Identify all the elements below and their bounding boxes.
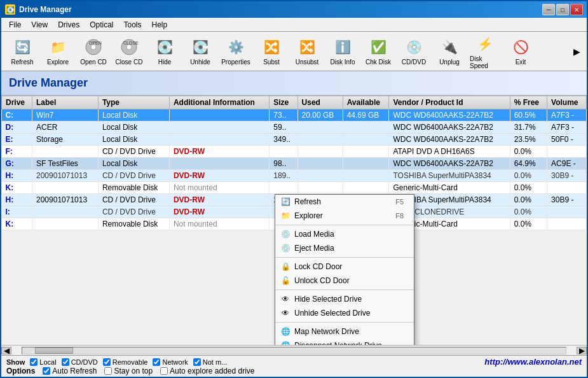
context-menu-item-eject-media[interactable]: 💿Eject Media — [275, 241, 414, 255]
toolbar-hide[interactable]: 💽 Hide — [147, 35, 182, 67]
context-menu-item-refresh[interactable]: 🔄RefreshF5 — [275, 195, 414, 209]
table-cell — [297, 182, 343, 194]
horizontal-scrollbar[interactable]: ◀ ▶ — [1, 345, 587, 355]
scroll-right-button[interactable]: ▶ — [577, 347, 587, 354]
table-row[interactable]: C:Win7Local Disk73..20.00 GB44.69 GBWDC … — [2, 109, 587, 122]
toolbar-refresh[interactable]: 🔄 Refresh — [5, 35, 39, 67]
website-link[interactable]: http://www.alexnolan.net — [484, 357, 582, 367]
toolbar-unplug[interactable]: 🔌 Unplug — [432, 35, 467, 67]
table-cell — [343, 146, 389, 158]
option-auto-refresh[interactable]: Auto Refresh — [43, 367, 97, 375]
option-auto-explore[interactable]: Auto explore added drive — [160, 367, 254, 375]
table-row[interactable]: F:CD / DVD DriveDVD-RWATAPI DVD A DH16A6… — [2, 146, 587, 158]
col-free[interactable]: % Free — [510, 96, 547, 109]
menu-view[interactable]: View — [26, 19, 53, 31]
show-removable-checkbox[interactable] — [103, 358, 111, 366]
table-cell: 0.0% — [510, 146, 547, 158]
toolbar-unhide[interactable]: 💽 Unhide — [183, 35, 217, 67]
option-stay-on-top[interactable]: Stay on top — [104, 367, 153, 375]
show-local[interactable]: Local — [30, 358, 56, 366]
col-used[interactable]: Used — [297, 96, 343, 109]
scroll-track[interactable] — [22, 347, 566, 354]
context-menu-item-load-media[interactable]: 💿Load Media — [275, 227, 414, 241]
table-row[interactable]: E:StorageLocal Disk349..WDC WD6400AAKS-2… — [2, 134, 587, 146]
minimize-button[interactable]: ─ — [542, 4, 555, 15]
table-cell: 189.. — [270, 170, 297, 182]
auto-refresh-checkbox[interactable] — [43, 367, 50, 375]
toolbar-open-cd[interactable]: OPEN Open CD — [76, 35, 111, 67]
show-cddvd-checkbox[interactable] — [62, 358, 69, 366]
table-cell — [343, 122, 389, 134]
table-row[interactable]: G:SF TestFilesLocal Disk98..WDC WD6400AA… — [2, 158, 587, 170]
table-cell: C: — [2, 109, 32, 122]
show-local-checkbox[interactable] — [30, 358, 38, 366]
show-network-checkbox[interactable] — [153, 358, 160, 366]
show-removable[interactable]: Removable — [103, 358, 148, 366]
col-volume[interactable]: Volume — [547, 96, 587, 109]
table-cell: Win7 — [32, 109, 99, 122]
col-label[interactable]: Label — [32, 96, 99, 109]
table-cell: 20.00 GB — [297, 109, 343, 122]
col-vendor[interactable]: Vendor / Product Id — [389, 96, 510, 109]
toolbar-chk-disk-label: Chk Disk — [366, 59, 391, 66]
table-cell: WDC WD6400AAKS-22A7B2 — [389, 122, 510, 134]
table-cell: 30B9 - — [547, 170, 587, 182]
context-menu-item-hide-selected-drive[interactable]: 👁Hide Selected Drive — [275, 292, 414, 306]
context-menu-item-map-network-drive[interactable]: 🌐Map Network Drive — [275, 325, 414, 339]
menu-tools[interactable]: Tools — [119, 19, 147, 31]
col-type[interactable]: Type — [98, 96, 169, 109]
col-additional[interactable]: Additional Information — [169, 96, 269, 109]
toolbar-exit[interactable]: 🚫 Exit — [503, 35, 538, 67]
toolbar-more-arrow[interactable]: ▶ — [571, 44, 583, 59]
table-header-row: Drive Label Type Additional Information … — [2, 96, 587, 109]
toolbar-unplug-label: Unplug — [439, 59, 460, 66]
context-menu-item-disconnect-network-drive[interactable]: 🌐Disconnect Network Drive — [275, 339, 414, 345]
toolbar-explore[interactable]: 📁 Explore — [41, 35, 75, 67]
app-icon: 💽 — [5, 4, 15, 15]
table-row[interactable]: K:Removable DiskNot mountedGeneric-Multi… — [2, 182, 587, 194]
table-cell — [297, 146, 343, 158]
table-cell — [547, 206, 587, 218]
menu-drives[interactable]: Drives — [53, 19, 85, 31]
status-bar: Show Local CD/DVD Removable Network Not … — [1, 355, 587, 377]
toolbar-disk-info[interactable]: ℹ️ Disk Info — [325, 35, 360, 67]
toolbar-disk-speed[interactable]: ⚡ Disk Speed — [468, 32, 502, 71]
context-menu-icon: 🌐 — [280, 326, 291, 337]
menu-file[interactable]: File — [4, 19, 26, 31]
table-row[interactable]: H:200901071013CD / DVD DriveDVD-RW189..T… — [2, 170, 587, 182]
toolbar-cd-dvd[interactable]: 💿 CD/DVD — [397, 35, 431, 67]
toolbar-chk-disk[interactable]: ✅ Chk Disk — [361, 35, 395, 67]
context-menu-item-unlock-cd-door[interactable]: 🔓Unlock CD Door — [275, 274, 414, 288]
menu-optical[interactable]: Optical — [85, 19, 118, 31]
toolbar-close-cd[interactable]: CLOSE Close CD — [112, 35, 146, 67]
col-drive[interactable]: Drive — [2, 96, 32, 109]
table-cell — [297, 170, 343, 182]
stay-on-top-checkbox[interactable] — [104, 367, 112, 375]
scroll-left-button[interactable]: ◀ — [1, 347, 11, 354]
table-row[interactable]: D:ACERLocal Disk59..WDC WD6400AAKS-22A7B… — [2, 122, 587, 134]
col-available[interactable]: Available — [343, 96, 389, 109]
table-cell: Local Disk — [98, 134, 169, 146]
show-not-mounted[interactable]: Not m... — [193, 358, 228, 366]
toolbar-properties-label: Properties — [221, 59, 250, 66]
maximize-button[interactable]: □ — [556, 4, 569, 15]
close-button[interactable]: ✕ — [570, 4, 583, 15]
toolbar-properties[interactable]: ⚙️ Properties — [219, 35, 253, 67]
context-menu-item-lock-cd-door[interactable]: 🔒Lock CD Door — [275, 260, 414, 274]
table-cell: WDC WD6400AAKS-22A7B2 — [389, 134, 510, 146]
toolbar-unsubst[interactable]: 🔀 Unsubst — [290, 35, 324, 67]
col-size[interactable]: Size — [270, 96, 297, 109]
show-network[interactable]: Network — [153, 358, 188, 366]
table-cell — [343, 134, 389, 146]
show-cddvd[interactable]: CD/DVD — [62, 358, 98, 366]
context-menu-item-explorer[interactable]: 📁ExplorerF8 — [275, 209, 414, 223]
scroll-thumb[interactable] — [35, 347, 73, 354]
context-menu-item-unhide-selected-drive[interactable]: 👁Unhide Selected Drive — [275, 306, 414, 320]
toolbar-subst[interactable]: 🔀 Subst — [254, 35, 289, 67]
table-cell: Local Disk — [98, 109, 169, 122]
disk-info-icon: ℹ️ — [332, 37, 353, 57]
auto-explore-checkbox[interactable] — [160, 367, 168, 375]
menu-help[interactable]: Help — [147, 19, 173, 31]
show-not-mounted-checkbox[interactable] — [193, 358, 201, 366]
table-cell: I: — [2, 206, 32, 218]
